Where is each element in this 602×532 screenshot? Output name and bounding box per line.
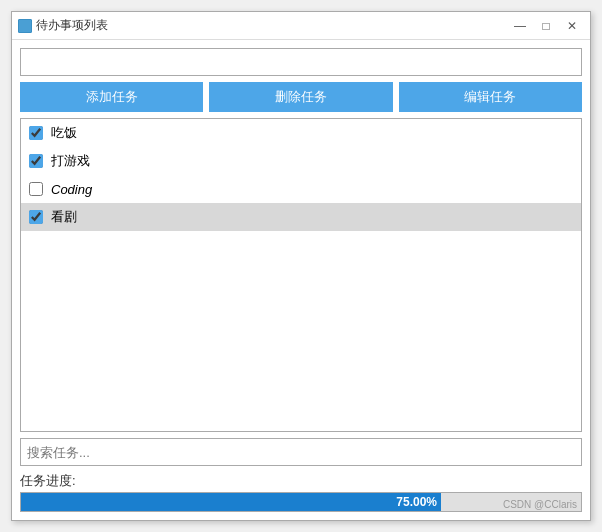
window-title: 待办事项列表 xyxy=(36,17,108,34)
task-list[interactable]: 吃饭 打游戏 Coding 看剧 xyxy=(20,118,582,432)
progress-label: 任务进度: xyxy=(20,472,582,490)
close-button[interactable]: ✕ xyxy=(560,16,584,36)
title-controls: — □ ✕ xyxy=(508,16,584,36)
task-checkbox-2[interactable] xyxy=(29,154,43,168)
task-checkbox-3[interactable] xyxy=(29,182,43,196)
button-row: 添加任务 删除任务 编辑任务 xyxy=(20,82,582,112)
watermark: CSDN @CClaris xyxy=(503,499,577,510)
maximize-button[interactable]: □ xyxy=(534,16,558,36)
progress-bar-fill: 75.00% xyxy=(21,493,441,511)
task-label-4: 看剧 xyxy=(51,208,77,226)
list-item[interactable]: 打游戏 xyxy=(21,147,581,175)
task-label-3: Coding xyxy=(51,182,92,197)
list-item[interactable]: 看剧 xyxy=(21,203,581,231)
task-checkbox-1[interactable] xyxy=(29,126,43,140)
progress-section: 任务进度: 75.00% CSDN @CClaris xyxy=(20,472,582,512)
list-item[interactable]: 吃饭 xyxy=(21,119,581,147)
title-bar-left: 待办事项列表 xyxy=(18,17,108,34)
progress-bar-container: 75.00% CSDN @CClaris xyxy=(20,492,582,512)
delete-task-button[interactable]: 删除任务 xyxy=(209,82,392,112)
task-checkbox-4[interactable] xyxy=(29,210,43,224)
title-bar: 待办事项列表 — □ ✕ xyxy=(12,12,590,40)
edit-task-button[interactable]: 编辑任务 xyxy=(399,82,582,112)
window-icon xyxy=(18,19,32,33)
task-input[interactable] xyxy=(20,48,582,76)
list-item[interactable]: Coding xyxy=(21,175,581,203)
main-window: 待办事项列表 — □ ✕ 添加任务 删除任务 编辑任务 吃饭 打游戏 xyxy=(11,11,591,521)
add-task-button[interactable]: 添加任务 xyxy=(20,82,203,112)
task-label-2: 打游戏 xyxy=(51,152,90,170)
task-label-1: 吃饭 xyxy=(51,124,77,142)
search-input[interactable] xyxy=(20,438,582,466)
progress-text: 75.00% xyxy=(396,495,437,509)
content-area: 添加任务 删除任务 编辑任务 吃饭 打游戏 Coding 看剧 xyxy=(12,40,590,520)
minimize-button[interactable]: — xyxy=(508,16,532,36)
